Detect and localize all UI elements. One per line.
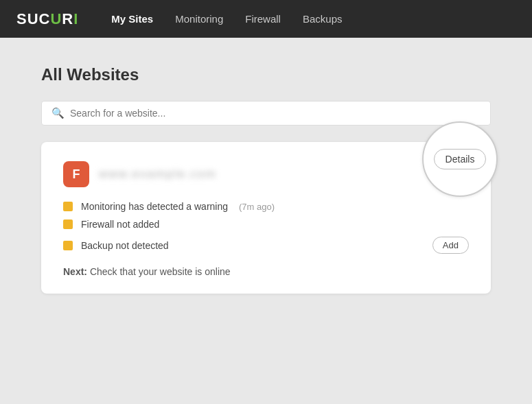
nav-firewall[interactable]: Firewall: [245, 13, 281, 25]
main-content: All Websites 🔍 Details F www.example.com…: [0, 38, 532, 314]
status-row: Firewall not added: [63, 219, 469, 230]
site-card: Details F www.example.com Monitoring has…: [41, 142, 491, 294]
search-input[interactable]: [70, 108, 481, 119]
status-list: Monitoring has detected a warning (7m ag…: [63, 201, 469, 254]
warning-dot-2: [63, 241, 73, 250]
status-row: Monitoring has detected a warning (7m ag…: [63, 201, 469, 212]
status-time-0: (7m ago): [239, 202, 275, 212]
site-url: www.example.com: [99, 167, 217, 181]
page-title: All Websites: [41, 65, 491, 84]
nav-links: My Sites Monitoring Firewall Backups: [111, 13, 342, 25]
next-row: Next: Check that your website is online: [63, 266, 469, 277]
search-icon: 🔍: [51, 107, 65, 119]
status-text-2: Backup not detected: [81, 240, 169, 251]
nav-monitoring[interactable]: Monitoring: [175, 13, 223, 25]
warning-dot-1: [63, 219, 73, 229]
logo-text: SUCURI: [16, 10, 78, 28]
navbar: SUCURI My Sites Monitoring Firewall Back…: [0, 0, 532, 38]
warning-dot-0: [63, 202, 73, 211]
site-header: F www.example.com: [63, 161, 469, 187]
logo: SUCURI: [16, 10, 78, 28]
status-text-0: Monitoring has detected a warning: [81, 201, 228, 212]
next-text: Check that your website is online: [90, 266, 231, 277]
details-circle: Details: [422, 121, 498, 197]
status-row: Backup not detected Add: [63, 237, 469, 254]
nav-my-sites[interactable]: My Sites: [111, 13, 153, 25]
add-backup-button[interactable]: Add: [432, 237, 469, 254]
nav-backups[interactable]: Backups: [303, 13, 343, 25]
search-wrapper: 🔍: [41, 101, 491, 126]
next-label: Next:: [63, 266, 87, 277]
site-favicon: F: [63, 161, 89, 187]
status-text-1: Firewall not added: [81, 219, 159, 230]
details-button[interactable]: Details: [434, 149, 487, 169]
